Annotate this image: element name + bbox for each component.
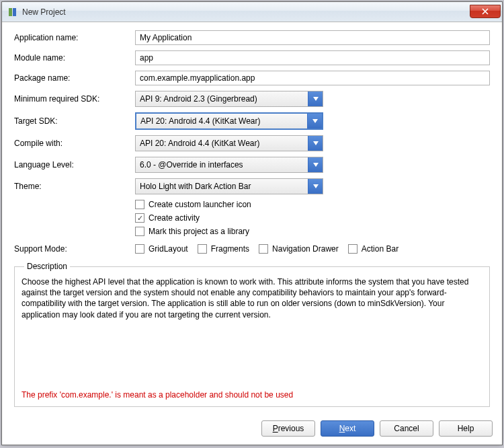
theme-combo[interactable]: Holo Light with Dark Action Bar [135, 178, 323, 194]
description-text: Choose the highest API level that the ap… [22, 276, 482, 320]
module-name-input[interactable] [135, 50, 490, 65]
custom-icon-label[interactable]: Create custom launcher icon [149, 200, 251, 209]
navdrawer-checkbox[interactable] [259, 244, 268, 254]
chevron-down-icon [308, 136, 323, 151]
next-button[interactable]: Next [321, 420, 374, 437]
fragments-checkbox[interactable] [198, 244, 207, 254]
theme-value: Holo Light with Dark Action Bar [136, 182, 308, 191]
description-legend: Description [24, 262, 70, 271]
navdrawer-label[interactable]: Navigation Drawer [272, 244, 339, 254]
language-level-label: Language Level: [14, 160, 135, 170]
application-name-label: Application name: [14, 33, 135, 42]
compile-with-combo[interactable]: API 20: Android 4.4 (KitKat Wear) [135, 135, 323, 151]
package-name-label: Package name: [14, 73, 135, 83]
content-area: Application name: Module name: Package n… [2, 22, 502, 414]
chevron-down-icon [308, 157, 323, 172]
mark-library-checkbox[interactable] [135, 227, 144, 236]
custom-icon-checkbox[interactable] [135, 200, 144, 209]
compile-with-label: Compile with: [14, 139, 135, 148]
help-button[interactable]: Help [439, 420, 493, 437]
dialog-window: New Project Application name: Module nam… [1, 1, 503, 445]
warning-text: The prefix 'com.example.' is meant as a … [22, 390, 482, 400]
gridlayout-checkbox[interactable] [135, 244, 144, 254]
svg-rect-1 [13, 8, 16, 16]
module-name-label: Module name: [14, 53, 135, 63]
app-icon [7, 7, 18, 17]
create-activity-label[interactable]: Create activity [149, 213, 200, 223]
application-name-input[interactable] [135, 30, 490, 45]
language-level-combo[interactable]: 6.0 - @Override in interfaces [135, 157, 323, 173]
language-level-value: 6.0 - @Override in interfaces [136, 160, 308, 170]
description-fieldset: Description Choose the highest API level… [14, 262, 490, 407]
target-sdk-combo[interactable]: API 20: Android 4.4 (KitKat Wear) [135, 112, 323, 130]
close-button[interactable] [470, 5, 501, 18]
svg-rect-0 [9, 8, 12, 16]
compile-with-value: API 20: Android 4.4 (KitKat Wear) [136, 139, 308, 148]
target-sdk-label: Target SDK: [14, 116, 135, 126]
theme-label: Theme: [14, 182, 135, 191]
min-sdk-combo[interactable]: API 9: Android 2.3 (Gingerbread) [135, 91, 323, 107]
min-sdk-value: API 9: Android 2.3 (Gingerbread) [136, 94, 308, 104]
chevron-down-icon [308, 91, 323, 106]
previous-button[interactable]: Previous [261, 420, 315, 437]
create-activity-checkbox[interactable] [135, 213, 144, 223]
cancel-button[interactable]: Cancel [380, 420, 433, 437]
titlebar[interactable]: New Project [2, 2, 502, 22]
button-bar: Previous Next Cancel Help [2, 414, 502, 445]
window-title: New Project [22, 7, 470, 17]
package-name-input[interactable] [135, 71, 490, 85]
fragments-label[interactable]: Fragments [211, 244, 249, 254]
target-sdk-value: API 20: Android 4.4 (KitKat Wear) [136, 116, 307, 126]
support-mode-label: Support Mode: [14, 244, 135, 254]
chevron-down-icon [307, 114, 322, 128]
actionbar-label[interactable]: Action Bar [362, 244, 398, 254]
chevron-down-icon [308, 179, 323, 194]
gridlayout-label[interactable]: GridLayout [149, 244, 188, 254]
min-sdk-label: Minimum required SDK: [14, 94, 135, 104]
actionbar-checkbox[interactable] [348, 244, 358, 254]
mark-library-label[interactable]: Mark this project as a library [149, 227, 249, 236]
